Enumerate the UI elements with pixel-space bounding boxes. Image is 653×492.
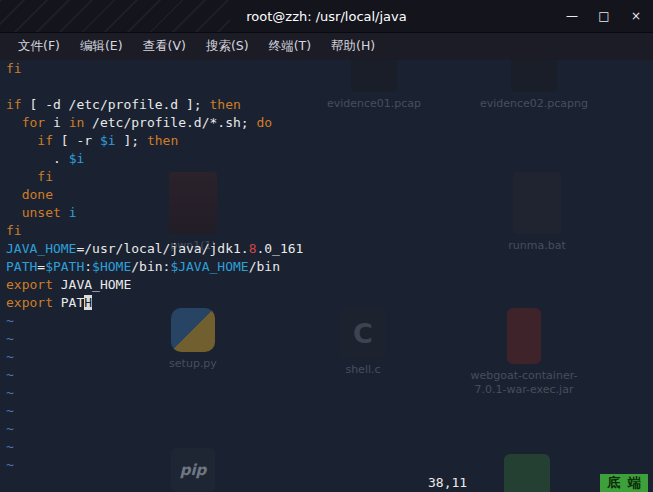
window-title: root@zzh: /usr/local/java (246, 9, 407, 24)
vim-ruler: 38,11 (428, 474, 467, 492)
terminal-line (6, 78, 653, 96)
menu-search[interactable]: 搜索(S) (196, 34, 259, 59)
maximize-button[interactable]: □ (595, 7, 613, 25)
terminal-window: root@zzh: /usr/local/java — □ × 文件(F) 编辑… (0, 0, 653, 492)
terminal-line: if [ -r $i ]; then (6, 132, 653, 150)
terminal-line: if [ -d /etc/profile.d ]; then (6, 96, 653, 114)
terminal-line: done (6, 186, 653, 204)
terminal-line: JAVA_HOME=/usr/local/java/jdk1.8.0_161 (6, 240, 653, 258)
empty-line-tilde: ~ (6, 312, 653, 330)
terminal-line: unset i (6, 204, 653, 222)
empty-line-tilde: ~ (6, 438, 653, 456)
terminal-lines: fi if [ -d /etc/profile.d ]; then for i … (6, 60, 653, 474)
menu-view[interactable]: 查看(V) (133, 34, 196, 59)
menu-terminal[interactable]: 终端(T) (259, 34, 321, 59)
terminal-line: . $i (6, 150, 653, 168)
terminal-line: for i in /etc/profile.d/*.sh; do (6, 114, 653, 132)
empty-line-tilde: ~ (6, 330, 653, 348)
window-controls: — □ × (563, 0, 645, 32)
menu-file[interactable]: 文件(F) (8, 34, 70, 59)
empty-line-tilde: ~ (6, 456, 653, 474)
empty-line-tilde: ~ (6, 366, 653, 384)
terminal-text: fi if [ -d /etc/profile.d ]; then for i … (0, 60, 653, 492)
empty-line-tilde: ~ (6, 420, 653, 438)
menu-bar: 文件(F) 编辑(E) 查看(V) 搜索(S) 终端(T) 帮助(H) (0, 33, 653, 61)
terminal-line: export PATH (6, 294, 653, 312)
empty-line-tilde: ~ (6, 348, 653, 366)
terminal-line: PATH=$PATH:$HOME/bin:$JAVA_HOME/bin (6, 258, 653, 276)
menu-edit[interactable]: 编辑(E) (70, 34, 133, 59)
menu-help[interactable]: 帮助(H) (321, 34, 385, 59)
minimize-button[interactable]: — (563, 7, 581, 25)
vim-status-line: 38,11 底 端 (0, 474, 653, 492)
close-button[interactable]: × (627, 7, 645, 25)
terminal-line: export JAVA_HOME (6, 276, 653, 294)
terminal-line: fi (6, 60, 653, 78)
terminal[interactable]: evidence01.pcapevidence02.pcapngpwn1(1)r… (0, 60, 653, 492)
empty-line-tilde: ~ (6, 384, 653, 402)
terminal-line: fi (6, 168, 653, 186)
window-titlebar[interactable]: root@zzh: /usr/local/java — □ × (0, 0, 653, 33)
vim-position-badge: 底 端 (600, 474, 648, 492)
empty-line-tilde: ~ (6, 402, 653, 420)
terminal-line: fi (6, 222, 653, 240)
